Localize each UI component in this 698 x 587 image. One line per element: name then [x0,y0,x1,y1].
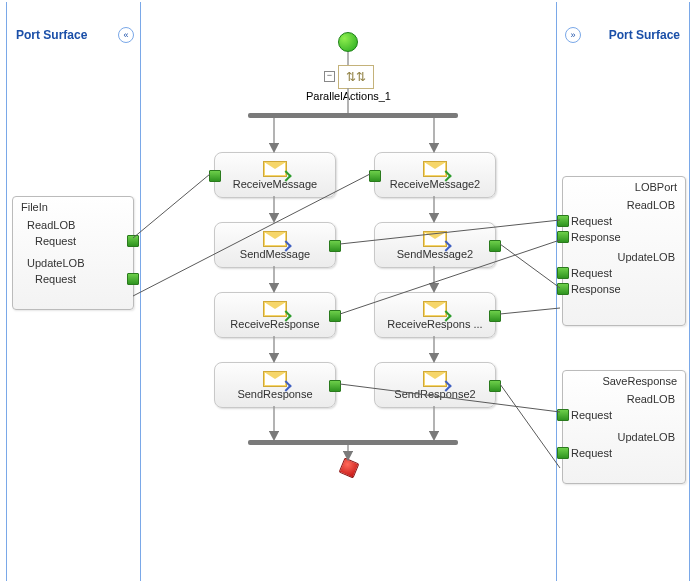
shape-send-response2[interactable]: SendResponse2 [374,362,496,408]
port-title: FileIn [13,197,133,217]
port-surface-right-label: Port Surface [609,28,680,42]
port-surface-left-label: Port Surface [16,28,87,42]
port-filein[interactable]: FileIn ReadLOB Request UpdateLOB Request [12,196,134,310]
port-msg-request[interactable]: Request [563,213,685,229]
port-surface-right-collapse[interactable]: » [565,27,581,43]
port-msg-response[interactable]: Response [563,281,685,297]
shape-receive-response2[interactable]: ReceiveRespons ... [374,292,496,338]
port-surface-left-divider [140,2,141,581]
shape-connector[interactable] [209,170,221,182]
shape-send-message[interactable]: SendMessage [214,222,336,268]
shape-label: ReceiveMessage2 [390,178,481,190]
port-surface-left-collapse[interactable]: « [118,27,134,43]
shape-connector[interactable] [329,240,341,252]
shape-label: ReceiveMessage [233,178,317,190]
port-connector[interactable] [557,231,569,243]
port-connector[interactable] [557,267,569,279]
orchestration-designer-canvas[interactable]: Port Surface « Port Surface » − ⇅⇅ Paral… [0,0,698,587]
shape-receive-message2[interactable]: ReceiveMessage2 [374,152,496,198]
port-msg-request[interactable]: Request [13,271,133,287]
shape-label: SendMessage [240,248,310,260]
port-msg-request[interactable]: Request [563,445,685,461]
port-op-updatelob: UpdateLOB [13,255,133,271]
port-connector[interactable] [557,283,569,295]
shape-receive-response[interactable]: ReceiveResponse [214,292,336,338]
port-saveresponse[interactable]: SaveResponse ReadLOB Request UpdateLOB R… [562,370,686,484]
port-connector[interactable] [127,273,139,285]
port-op-updatelob: UpdateLOB [563,429,685,445]
envelope-send-icon [423,231,447,247]
shape-connector[interactable] [489,310,501,322]
shape-connector[interactable] [369,170,381,182]
port-title: SaveResponse [563,371,685,391]
port-op-updatelob: UpdateLOB [563,249,685,265]
port-msg-request[interactable]: Request [13,233,133,249]
port-op-readlob: ReadLOB [563,391,685,407]
port-msg-request[interactable]: Request [563,265,685,281]
envelope-receive-icon [263,161,287,177]
envelope-send-icon [263,371,287,387]
port-connector[interactable] [127,235,139,247]
envelope-send-icon [263,231,287,247]
envelope-send-icon [423,371,447,387]
port-title: LOBPort [563,177,685,197]
parallel-actions-icon[interactable]: ⇅⇅ [338,65,374,89]
parallel-actions-label: ParallelActions_1 [306,90,391,102]
parallel-bottom-bar [248,440,458,445]
shape-label: SendResponse [237,388,312,400]
port-msg-request[interactable]: Request [563,407,685,423]
port-connector[interactable] [557,447,569,459]
port-connector[interactable] [557,409,569,421]
shape-receive-message[interactable]: ReceiveMessage [214,152,336,198]
shape-connector[interactable] [489,380,501,392]
shape-label: ReceiveResponse [230,318,319,330]
parallel-top-bar [248,113,458,118]
port-op-readlob: ReadLOB [563,197,685,213]
envelope-receive-icon [423,301,447,317]
shape-send-message2[interactable]: SendMessage2 [374,222,496,268]
shape-connector[interactable] [329,380,341,392]
port-lobport[interactable]: LOBPort ReadLOB Request Response UpdateL… [562,176,686,326]
envelope-receive-icon [263,301,287,317]
shape-connector[interactable] [329,310,341,322]
envelope-receive-icon [423,161,447,177]
port-op-readlob: ReadLOB [13,217,133,233]
shape-label: SendResponse2 [394,388,475,400]
shape-send-response[interactable]: SendResponse [214,362,336,408]
shape-label: SendMessage2 [397,248,473,260]
shape-connector[interactable] [489,240,501,252]
parallel-expander[interactable]: − [324,71,335,82]
start-shape[interactable] [338,32,358,52]
shape-label: ReceiveRespons ... [387,318,482,330]
port-msg-response[interactable]: Response [563,229,685,245]
port-connector[interactable] [557,215,569,227]
